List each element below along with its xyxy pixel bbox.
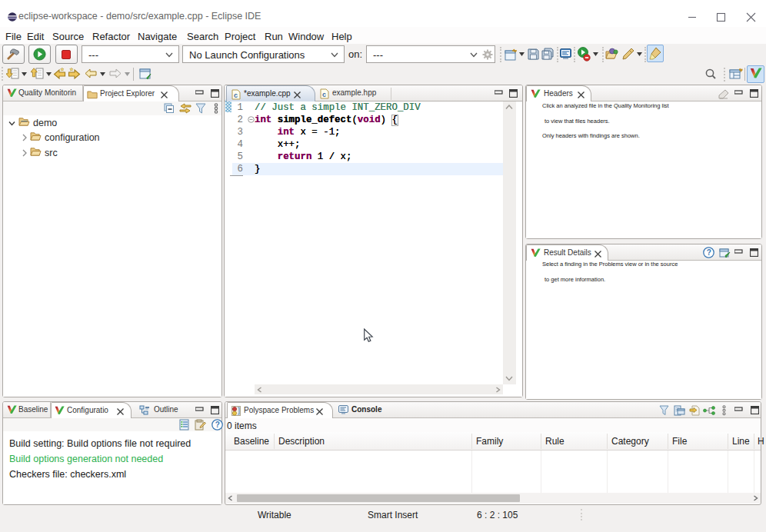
svg-text:?: ? xyxy=(707,248,711,257)
svg-text:c: c xyxy=(322,91,326,98)
svg-text:c: c xyxy=(234,91,238,99)
svg-text:?: ? xyxy=(215,421,220,429)
